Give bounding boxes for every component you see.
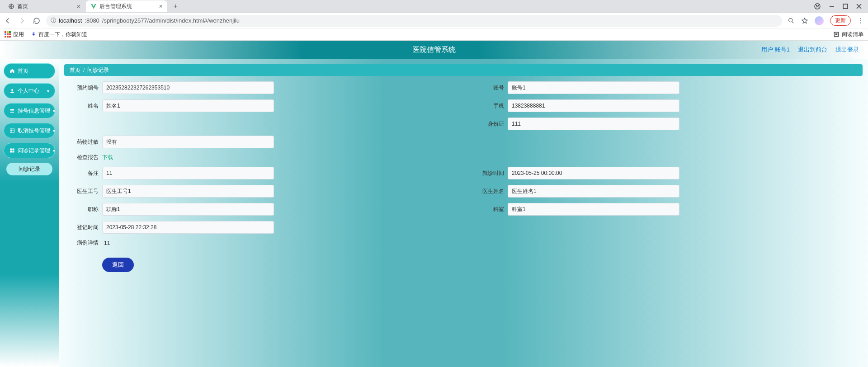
new-tab-button[interactable]: + [170, 1, 181, 12]
chevron-down-icon: ▾ [53, 128, 55, 133]
input-reg-time[interactable] [102, 221, 274, 234]
svg-rect-18 [13, 151, 14, 153]
close-icon[interactable]: × [159, 3, 163, 10]
search-in-page-icon[interactable] [788, 17, 795, 24]
browser-tab-admin[interactable]: 后台管理系统 × [86, 0, 167, 12]
sidebar-item-home[interactable]: 首页 [4, 63, 55, 79]
input-name[interactable] [102, 99, 274, 112]
reload-icon[interactable] [33, 17, 41, 25]
bookmark-baidu[interactable]: ⚘ 百度一下，你就知道 [31, 31, 87, 38]
header-user-link[interactable]: 用户 账号1 [761, 46, 790, 54]
svg-point-5 [789, 18, 793, 22]
chevron-down-icon: ▾ [53, 148, 55, 153]
star-icon[interactable] [801, 17, 808, 24]
label-reserve-no: 预约编号 [67, 84, 99, 92]
update-button[interactable]: 更新 [830, 15, 851, 26]
header-logout-link[interactable]: 退出登录 [835, 46, 859, 54]
url-port: :8080 [85, 17, 99, 24]
breadcrumb-current: 问诊记录 [87, 66, 109, 74]
sidebar-item-label: 问诊记录 [19, 165, 40, 173]
label-allergy: 药物过敏 [67, 138, 99, 146]
input-title[interactable] [102, 203, 274, 216]
breadcrumb-home[interactable]: 首页 [70, 66, 80, 74]
svg-rect-16 [13, 149, 14, 151]
input-allergy[interactable] [102, 136, 274, 148]
menu-icon[interactable] [857, 17, 864, 24]
case-detail-value: 11 [102, 240, 110, 246]
tab-bar: 首页 × 后台管理系统 × + [0, 0, 868, 13]
breadcrumb: 首页 / 问诊记录 [64, 64, 863, 76]
svg-rect-12 [10, 111, 14, 112]
input-account[interactable] [508, 81, 679, 94]
chevron-down-icon: ▾ [47, 89, 49, 94]
tab-title: 首页 [17, 3, 28, 10]
vue-icon [90, 3, 97, 9]
apps-shortcut[interactable]: 应用 [5, 31, 24, 38]
svg-point-1 [815, 4, 820, 9]
bookmark-bar: 应用 ⚘ 百度一下，你就知道 阅读清单 [0, 28, 868, 41]
sidebar-item-register-mgmt[interactable]: 挂号信息管理 ▾ [4, 103, 55, 118]
incognito-icon [814, 3, 821, 10]
reading-list-label: 阅读清单 [842, 31, 863, 38]
input-phone[interactable] [508, 99, 679, 112]
sidebar-item-label: 首页 [18, 67, 28, 75]
sidebar-subitem-record[interactable]: 问诊记录 [6, 163, 52, 175]
svg-point-3 [818, 5, 818, 6]
close-icon[interactable]: × [77, 3, 80, 10]
url-host: localhost [59, 17, 82, 24]
input-doc-no[interactable] [102, 185, 274, 198]
window-close-icon[interactable] [856, 4, 862, 9]
input-remark[interactable] [102, 167, 274, 179]
svg-point-10 [11, 89, 13, 91]
label-phone: 手机 [472, 102, 504, 110]
sidebar-item-cancel-mgmt[interactable]: 取消挂号管理 ▾ [4, 123, 55, 138]
forward-icon[interactable] [18, 17, 26, 25]
browser-tab-home[interactable]: 首页 × [4, 0, 85, 12]
window-controls [814, 3, 868, 10]
input-idcard[interactable] [508, 118, 679, 130]
user-icon [9, 88, 15, 94]
input-reserve-no[interactable] [102, 81, 274, 94]
list-icon [9, 108, 15, 113]
label-doc-name: 医生姓名 [472, 188, 504, 195]
content-area: 首页 / 问诊记录 预约编号 账号 姓名 [59, 59, 868, 367]
svg-rect-17 [10, 151, 12, 153]
apps-icon [5, 31, 11, 38]
reading-list-button[interactable]: 阅读清单 [833, 31, 863, 38]
sidebar-item-personal[interactable]: 个人中心 ▾ [4, 83, 55, 99]
app: 医院信管系统 用户 账号1 退出到前台 退出登录 首页 个人中心 ▾ 挂号信息管… [0, 41, 868, 367]
back-icon[interactable] [4, 17, 12, 25]
sidebar-item-label: 取消挂号管理 [18, 127, 50, 135]
svg-rect-4 [843, 4, 848, 9]
label-title: 职称 [67, 206, 99, 213]
url-input[interactable]: ⓘ localhost:8080/springbooty2577/admin/d… [46, 15, 782, 27]
label-doc-no: 医生工号 [67, 188, 99, 195]
svg-point-7 [860, 20, 861, 21]
tab-title: 后台管理系统 [99, 3, 132, 10]
label-account: 账号 [472, 84, 504, 92]
avatar[interactable] [815, 16, 824, 25]
svg-point-6 [860, 18, 861, 19]
label-idcard: 身份证 [472, 120, 504, 128]
svg-rect-11 [10, 109, 14, 110]
return-button[interactable]: 返回 [102, 258, 134, 272]
home-icon [9, 68, 15, 74]
paw-icon: ⚘ [31, 31, 36, 38]
input-visit-time[interactable] [508, 167, 679, 179]
breadcrumb-sep: / [83, 67, 85, 73]
download-link[interactable]: 下载 [102, 154, 113, 161]
sidebar-item-label: 问诊记录管理 [18, 147, 50, 155]
app-header: 医院信管系统 用户 账号1 退出到前台 退出登录 [0, 41, 868, 59]
sidebar: 首页 个人中心 ▾ 挂号信息管理 ▾ 取消挂号管理 ▾ 问诊记录管理 ▾ [0, 59, 59, 367]
label-case-detail: 病例详情 [67, 239, 99, 247]
input-doc-name[interactable] [508, 185, 679, 198]
sidebar-item-label: 挂号信息管理 [18, 107, 50, 115]
sidebar-item-record-mgmt[interactable]: 问诊记录管理 ▾ [4, 143, 55, 158]
table-icon [9, 128, 15, 133]
sidebar-item-label: 个人中心 [18, 87, 39, 95]
maximize-icon[interactable] [843, 4, 848, 9]
header-to-front-link[interactable]: 退出到前台 [798, 46, 827, 54]
label-dept: 科室 [472, 206, 504, 213]
minimize-icon[interactable] [829, 4, 835, 9]
input-dept[interactable] [508, 203, 679, 216]
